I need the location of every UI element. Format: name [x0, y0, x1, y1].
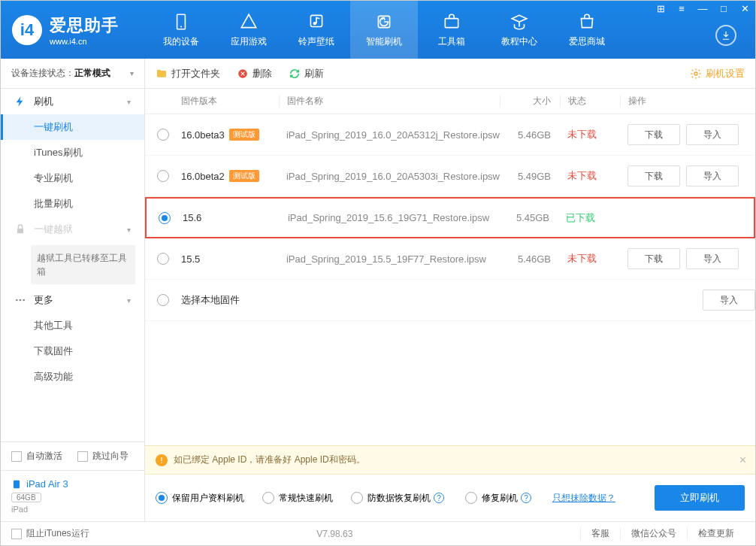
svg-point-12: [694, 72, 697, 75]
firmware-row[interactable]: 15.6 iPad_Spring_2019_15.6_19G71_Restore…: [145, 197, 755, 238]
beta-tag: 测试版: [229, 170, 259, 182]
svg-point-8: [20, 299, 22, 302]
import-button[interactable]: 导入: [686, 165, 739, 187]
flash-option[interactable]: 常规快速刷机: [262, 492, 333, 505]
sidebar-item[interactable]: iTunes刷机: [1, 140, 144, 165]
firmware-actions: 下载导入: [620, 248, 755, 269]
sidebar-group-title[interactable]: 刷机▾: [1, 89, 144, 114]
delete-button[interactable]: 删除: [237, 67, 272, 80]
firmware-list: 16.0beta3测试版 iPad_Spring_2019_16.0_20A53…: [145, 114, 755, 321]
window-controls: ⊞≡—□✕: [650, 1, 755, 16]
connection-status[interactable]: 设备连接状态： 正常模式 ▾: [1, 59, 144, 89]
firmware-row[interactable]: 15.5 iPad_Spring_2019_15.5_19F77_Restore…: [145, 238, 755, 280]
sidebar-item[interactable]: 批量刷机: [1, 191, 144, 217]
download-button[interactable]: 下载: [627, 124, 680, 145]
flash-option[interactable]: 防数据恢复刷机?: [351, 492, 447, 505]
flash-icon: [14, 96, 26, 108]
nav-apps[interactable]: 应用游戏: [215, 1, 283, 59]
download-indicator[interactable]: [715, 25, 736, 46]
download-button[interactable]: 下载: [627, 165, 680, 187]
erase-only-link[interactable]: 只想抹除数据？: [552, 492, 615, 505]
flash-settings-button[interactable]: 刷机设置: [690, 67, 745, 80]
sidebar-item[interactable]: 专业刷机: [1, 165, 144, 191]
firmware-status: 未下载: [560, 128, 620, 141]
flash-option[interactable]: 修复刷机?: [465, 492, 534, 505]
svg-point-7: [16, 299, 18, 302]
firmware-row[interactable]: 16.0beta2测试版 iPad_Spring_2019_16.0_20A53…: [145, 156, 755, 197]
window-control[interactable]: ✕: [734, 1, 755, 16]
sidebar-notice: 越狱工具已转移至工具箱: [31, 245, 135, 284]
firmware-name: iPad_Spring_2019_15.6_19G71_Restore.ipsw: [280, 212, 498, 223]
shop-icon: [577, 12, 597, 32]
refresh-button[interactable]: 刷新: [289, 67, 324, 80]
sidebar-item[interactable]: 其他工具: [1, 313, 144, 338]
open-folder-button[interactable]: 打开文件夹: [156, 67, 220, 80]
svg-rect-5: [445, 18, 458, 27]
col-version: 固件版本: [181, 95, 279, 108]
sidebar-item[interactable]: 下载固件: [1, 338, 144, 364]
flash-options: 保留用户资料刷机常规快速刷机防数据恢复刷机?修复刷机?只想抹除数据？立即刷机: [145, 475, 755, 521]
nav-device[interactable]: 我的设备: [147, 1, 215, 59]
status-link[interactable]: 检查更新: [687, 527, 745, 540]
device-type: iPad: [11, 505, 134, 514]
firmware-name: iPad_Spring_2019_15.5_19F77_Restore.ipsw: [279, 253, 500, 265]
import-button[interactable]: 导入: [686, 248, 739, 269]
delete-icon: [237, 68, 249, 80]
sidebar-item[interactable]: 一键刷机: [1, 114, 144, 140]
import-button[interactable]: 导入: [703, 290, 755, 311]
nav-tools[interactable]: 工具箱: [418, 1, 485, 59]
svg-rect-6: [17, 229, 23, 234]
status-link[interactable]: 客服: [580, 527, 620, 540]
option-radio[interactable]: [156, 492, 168, 504]
help-icon[interactable]: ?: [434, 493, 444, 503]
import-button[interactable]: 导入: [686, 124, 739, 145]
window-control[interactable]: □: [713, 1, 734, 16]
nav-flash[interactable]: 智能刷机: [350, 1, 418, 59]
firmware-radio[interactable]: [157, 294, 169, 306]
firmware-radio[interactable]: [157, 129, 169, 141]
flash-option[interactable]: 保留用户资料刷机: [156, 492, 244, 505]
window-control[interactable]: ⊞: [650, 1, 671, 16]
device-name: iPad Air 3: [11, 478, 134, 490]
device-storage: 64GB: [11, 493, 41, 502]
firmware-radio[interactable]: [157, 253, 169, 265]
warning-bar: ! 如已绑定 Apple ID，请准备好 Apple ID和密码。 ×: [145, 445, 755, 475]
download-button[interactable]: 下载: [627, 248, 680, 269]
firmware-radio[interactable]: [159, 212, 171, 224]
nav-music[interactable]: 铃声壁纸: [283, 1, 350, 59]
chevron-down-icon: ▾: [127, 226, 131, 234]
firmware-size: 5.46GB: [500, 129, 560, 141]
auto-activate-checkbox[interactable]: [11, 451, 22, 462]
status-link[interactable]: 微信公众号: [620, 527, 687, 540]
window-control[interactable]: ≡: [671, 1, 692, 16]
stop-itunes-checkbox[interactable]: [11, 529, 22, 539]
local-firmware-label: 选择本地固件: [181, 293, 620, 307]
local-firmware-row[interactable]: 选择本地固件 导入: [145, 280, 755, 321]
table-header: 固件版本 固件名称 大小 状态 操作: [145, 89, 755, 114]
firmware-radio[interactable]: [157, 170, 169, 182]
help-icon[interactable]: ?: [521, 493, 531, 503]
sidebar-group-title[interactable]: 一键越狱▾: [1, 217, 144, 242]
flash-now-button[interactable]: 立即刷机: [655, 485, 745, 511]
auto-activate-row: 自动激活 跳过向导: [1, 442, 144, 470]
nav-shop[interactable]: 爱思商城: [553, 1, 621, 59]
skip-guide-checkbox[interactable]: [77, 451, 88, 462]
option-radio[interactable]: [262, 492, 274, 504]
app-url: www.i4.cn: [50, 37, 119, 46]
chevron-down-icon: ▾: [127, 296, 131, 305]
close-warning-button[interactable]: ×: [739, 453, 746, 467]
stop-itunes-label: 阻止iTunes运行: [26, 527, 89, 540]
firmware-size: 5.49GB: [500, 171, 560, 182]
firmware-row[interactable]: 16.0beta3测试版 iPad_Spring_2019_16.0_20A53…: [145, 114, 755, 156]
option-radio[interactable]: [465, 492, 477, 504]
sidebar-item[interactable]: 高级功能: [1, 364, 144, 390]
nav-tutorial[interactable]: 教程中心: [485, 1, 553, 59]
option-radio[interactable]: [351, 492, 363, 504]
auto-activate-label: 自动激活: [26, 450, 62, 463]
folder-icon: [156, 68, 168, 80]
sidebar-group-title[interactable]: 更多▾: [1, 287, 144, 313]
firmware-version: 15.6: [183, 212, 280, 223]
device-info[interactable]: iPad Air 3 64GB iPad: [1, 470, 144, 521]
firmware-status: 已下载: [558, 211, 618, 225]
window-control[interactable]: —: [692, 1, 713, 16]
